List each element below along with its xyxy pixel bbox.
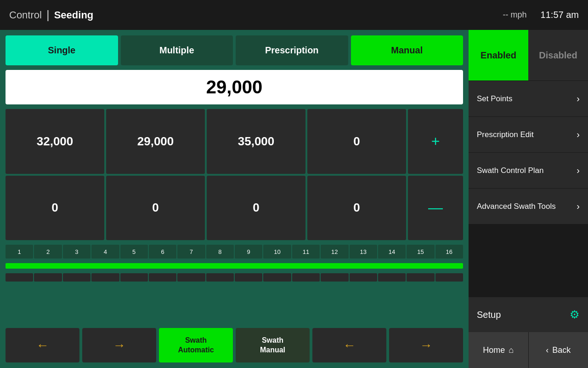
grid-cell-1-0[interactable]: 0 [6, 176, 104, 241]
swath-automatic-label: SwathAutomatic [178, 336, 214, 355]
advanced-swath-tools-label: Advanced Swath Tools [477, 202, 556, 211]
row-12[interactable]: 12 [321, 245, 348, 259]
swath-control-plan-menu-item[interactable]: Swath Control Plan › [469, 152, 588, 188]
tab-bar: Single Multiple Prescription Manual [6, 35, 463, 65]
green-progress-bar [6, 263, 463, 269]
indicator-11 [292, 273, 320, 282]
plus-button[interactable]: + [408, 109, 463, 174]
indicator-1 [6, 273, 33, 282]
swath-automatic-button[interactable]: SwathAutomatic [159, 328, 233, 362]
home-label: Home [483, 345, 505, 355]
indicator-14 [378, 273, 406, 282]
right-panel: Enabled Disabled Set Points › Prescripti… [469, 30, 588, 368]
tab-manual[interactable]: Manual [351, 35, 464, 65]
left-panel: Single Multiple Prescription Manual 29,0… [0, 30, 469, 368]
row-4[interactable]: 4 [91, 245, 119, 259]
left-arrow-button[interactable]: ← [6, 328, 79, 362]
row-13[interactable]: 13 [350, 245, 377, 259]
grid-main: 32,000 29,000 35,000 0 0 0 0 0 [6, 109, 406, 240]
row-15[interactable]: 15 [407, 245, 434, 259]
topbar-divider: | [46, 8, 50, 22]
tab-multiple[interactable]: Multiple [121, 35, 233, 65]
main-layout: Single Multiple Prescription Manual 29,0… [0, 30, 588, 368]
topbar-control-label: Control [9, 9, 42, 21]
topbar-right: -- mph 11:57 am [503, 10, 579, 20]
tab-prescription[interactable]: Prescription [236, 35, 348, 65]
indicator-3 [63, 273, 90, 282]
row-10[interactable]: 10 [263, 245, 291, 259]
row-8[interactable]: 8 [206, 245, 234, 259]
enabled-disabled-row: Enabled Disabled [469, 30, 588, 80]
gear-icon: ⚙ [570, 308, 580, 321]
grid-controls: + — [408, 109, 463, 240]
set-points-label: Set Points [477, 94, 513, 104]
setup-label: Setup [477, 310, 501, 320]
enabled-button[interactable]: Enabled [469, 30, 528, 80]
grid-cell-0-1[interactable]: 29,000 [106, 109, 205, 174]
row-3[interactable]: 3 [63, 245, 90, 259]
right-spacer [469, 224, 588, 296]
prescription-edit-label: Prescription Edit [477, 130, 534, 139]
back-chevron-icon: ‹ [546, 345, 548, 355]
swath-control-plan-label: Swath Control Plan [477, 166, 544, 175]
grid-cell-1-2[interactable]: 0 [207, 176, 305, 241]
indicator-6 [149, 273, 176, 282]
indicator-4 [91, 273, 119, 282]
home-back-row: Home ⌂ ‹ Back [469, 332, 588, 368]
row-1[interactable]: 1 [6, 245, 33, 259]
grid-cell-0-3[interactable]: 0 [307, 109, 406, 174]
indicator-12 [321, 273, 348, 282]
indicator-13 [350, 273, 377, 282]
row-7[interactable]: 7 [177, 245, 205, 259]
row-6[interactable]: 6 [149, 245, 176, 259]
row-9[interactable]: 9 [235, 245, 262, 259]
topbar-time: 11:57 am [541, 10, 579, 20]
grid-cell-0-2[interactable]: 35,000 [207, 109, 305, 174]
display-value: 29,000 [6, 70, 463, 104]
back-button[interactable]: ‹ Back [529, 332, 588, 368]
row-5[interactable]: 5 [120, 245, 148, 259]
swath-control-plan-arrow-icon: › [577, 165, 580, 176]
indicator-10 [263, 273, 291, 282]
right-arrow-button[interactable]: → [82, 328, 156, 362]
advanced-swath-tools-arrow-icon: › [577, 201, 580, 212]
set-points-arrow-icon: › [577, 93, 580, 104]
row-2[interactable]: 2 [34, 245, 62, 259]
row-numbers: 1 2 3 4 5 6 7 8 9 10 11 12 13 14 15 16 [6, 245, 463, 259]
tab-single[interactable]: Single [6, 35, 118, 65]
back-label: Back [552, 345, 571, 355]
indicator-7 [177, 273, 205, 282]
advanced-swath-tools-menu-item[interactable]: Advanced Swath Tools › [469, 188, 588, 224]
indicator-8 [206, 273, 234, 282]
minus-button[interactable]: — [408, 176, 463, 241]
topbar-speed: -- mph [503, 10, 527, 20]
disabled-button[interactable]: Disabled [528, 30, 588, 80]
bottom-controls: ← → SwathAutomatic SwathManual ← → [6, 328, 463, 362]
nav-left-button[interactable]: ← [312, 328, 386, 362]
indicator-16 [435, 273, 463, 282]
grid-section: 32,000 29,000 35,000 0 0 0 0 0 + — [6, 109, 463, 240]
topbar-left: Control | Seeding [9, 8, 93, 22]
swath-manual-label: SwathManual [260, 336, 285, 355]
indicator-2 [34, 273, 62, 282]
indicator-9 [235, 273, 262, 282]
grid-cell-0-0[interactable]: 32,000 [6, 109, 104, 174]
setup-menu-item[interactable]: Setup ⚙ [469, 296, 588, 332]
topbar-seeding-label: Seeding [54, 9, 94, 21]
grid-cell-1-3[interactable]: 0 [307, 176, 406, 241]
row-indicators [6, 273, 463, 282]
set-points-menu-item[interactable]: Set Points › [469, 80, 588, 116]
row-11[interactable]: 11 [292, 245, 320, 259]
topbar: Control | Seeding -- mph 11:57 am [0, 0, 588, 30]
right-bottom: Setup ⚙ Home ⌂ ‹ Back [469, 296, 588, 368]
swath-manual-button[interactable]: SwathManual [236, 328, 310, 362]
prescription-edit-menu-item[interactable]: Prescription Edit › [469, 116, 588, 152]
row-16[interactable]: 16 [435, 245, 463, 259]
home-icon: ⌂ [509, 345, 514, 355]
nav-right-button[interactable]: → [389, 328, 463, 362]
indicator-5 [120, 273, 148, 282]
row-14[interactable]: 14 [378, 245, 406, 259]
grid-cell-1-1[interactable]: 0 [106, 176, 205, 241]
indicator-15 [407, 273, 434, 282]
home-button[interactable]: Home ⌂ [469, 332, 529, 368]
